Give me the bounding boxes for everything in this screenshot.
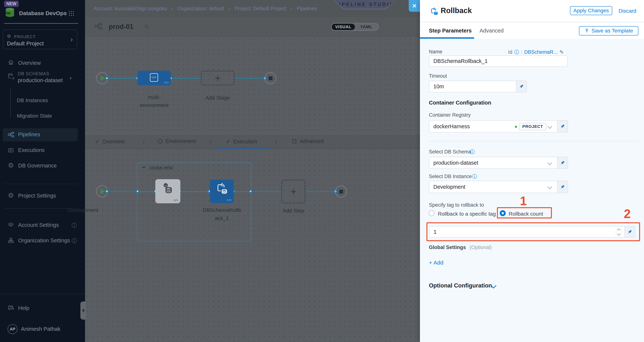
connector <box>108 78 137 79</box>
step-group-label: cross-env <box>150 165 173 171</box>
specify-tag-label: Specify tag to rollback to <box>429 202 484 208</box>
drawer-title: Rollback <box>441 6 472 15</box>
edit-pencil-icon[interactable]: ✎ <box>560 49 564 55</box>
tab-step-parameters[interactable]: Step Parameters <box>429 28 472 34</box>
collapse-arrow-icon <box>82 309 84 312</box>
stage-label: multi-environment <box>127 93 181 109</box>
stop-icon <box>339 190 343 194</box>
chevron-down-icon[interactable] <box>548 184 552 189</box>
timeout-input[interactable]: 10m <box>429 81 516 92</box>
visual-yaml-toggle[interactable]: VISUAL YAML <box>331 23 379 31</box>
step-label-dbschemarollback: DBSchemaRollback_1 <box>200 206 244 222</box>
name-label: Name <box>429 49 442 55</box>
sidebar-item-migration-state[interactable]: Migration State <box>17 113 52 119</box>
tab-environment[interactable]: Environment <box>157 138 196 144</box>
db-schema-select[interactable]: production-dataset <box>429 157 558 169</box>
avatar[interactable]: AP <box>8 324 18 334</box>
harness-dbdevops-logo: ∞ <box>4 7 16 18</box>
breadcrumb-pipelines[interactable]: Pipelines <box>297 6 317 11</box>
sidebar-item-db-governance[interactable]: DB Governance <box>18 163 57 169</box>
registry-pin[interactable] <box>558 120 568 133</box>
add-stage-button[interactable]: + <box>201 70 235 85</box>
schema-pin[interactable] <box>558 157 568 169</box>
close-drawer-button[interactable]: ✕ <box>409 0 420 12</box>
apply-changes-button[interactable]: Apply Changes <box>570 6 612 15</box>
add-step-button[interactable]: + <box>281 180 306 204</box>
discard-button[interactable]: Discard <box>618 8 636 14</box>
name-input[interactable]: DBSchemaRollback_1 <box>429 55 568 67</box>
breadcrumb-project[interactable]: Project: Default Project <box>234 6 286 11</box>
stop-icon <box>268 76 272 80</box>
step-node-dbschemarollback[interactable]: </> <box>210 180 234 203</box>
container-registry-label: Container Registry <box>429 112 471 118</box>
db-instance-select[interactable]: Development <box>429 181 558 193</box>
toggle-visual[interactable]: VISUAL <box>332 24 355 30</box>
timeout-pin[interactable] <box>516 81 527 92</box>
info-icon: ⓘ <box>514 49 519 55</box>
cube-icon <box>6 34 12 39</box>
sidebar: NEW ∞ Database DevOps PROJECT D <box>0 0 85 342</box>
custom-stage-icon: </> <box>152 76 156 79</box>
pipeline-graph-icon <box>94 22 103 31</box>
id-value: DBSchemaR... <box>524 49 558 55</box>
execution-end-node <box>335 186 347 198</box>
chevron-down-icon[interactable] <box>548 160 552 165</box>
sidebar-item-pipelines-label: Pipelines <box>18 131 40 138</box>
breadcrumb-organization[interactable]: Organization: default <box>178 6 224 11</box>
subnav-rule <box>10 88 11 118</box>
step-node-development[interactable]: </> <box>155 179 180 203</box>
edit-pencil-icon[interactable]: ✎ <box>144 23 149 30</box>
sidebar-item-account-settings[interactable]: Account Settings <box>18 222 59 228</box>
collapse-minus-icon[interactable]: − <box>142 164 146 171</box>
stage-node-multi-environment[interactable]: </> </> <box>137 71 171 85</box>
save-as-template-button[interactable]: Save as Template <box>579 26 638 35</box>
tab-advanced[interactable]: Advanced <box>480 28 504 34</box>
optional-label: (Optional) <box>470 245 492 250</box>
add-step-label: Add Step <box>276 207 310 215</box>
sidebar-item-db-schemas-label[interactable]: DB SCHEMAS <box>18 71 49 76</box>
pin-icon <box>560 124 565 129</box>
sidebar-collapse-handle[interactable] <box>80 302 86 320</box>
sidebar-item-help[interactable]: Help <box>18 305 29 311</box>
annotation-number-1: 1 <box>520 195 527 207</box>
breadcrumb-account[interactable]: Account: kurosakiichigo.songoku <box>94 6 167 11</box>
step-group-cross-env[interactable] <box>137 162 251 241</box>
pipeline-canvas[interactable] <box>85 37 420 342</box>
db-schema-icon: ⚙ <box>8 73 14 80</box>
plus-icon: + <box>290 186 296 198</box>
instance-pin[interactable] <box>558 181 568 193</box>
connector <box>108 191 138 192</box>
sidebar-item-db-instances[interactable]: DB Instances <box>17 97 48 103</box>
breadcrumb-separator: › <box>172 6 173 11</box>
radio-rollback-specific-tag[interactable] <box>428 210 434 216</box>
container-registry-input[interactable]: dockerHarness PROJECT <box>429 120 558 133</box>
app-title: Database DevOps <box>19 10 67 16</box>
tab-advanced[interactable]: Advanced <box>292 138 324 144</box>
module-accent-line <box>4 23 78 24</box>
connector-dot <box>105 189 109 194</box>
scope-badge: PROJECT <box>519 123 546 130</box>
tab-execution[interactable]: ✓ Execution <box>226 138 257 145</box>
chevron-right-icon: › <box>70 74 72 81</box>
project-selector[interactable]: PROJECT Default Project › <box>3 29 77 49</box>
sidebar-item-project-settings[interactable]: Project Settings <box>18 193 56 199</box>
add-global-setting-link[interactable]: + Add <box>429 260 444 266</box>
sidebar-item-executions[interactable]: Executions <box>18 147 45 153</box>
sidebar-item-db-schemas-value[interactable]: production-dataset <box>18 77 62 83</box>
breadcrumb-separator: › <box>290 6 292 11</box>
chevron-down-icon[interactable] <box>548 124 552 129</box>
active-tab-underline <box>420 37 474 39</box>
select-db-instance-label: Select DB Instance <box>429 174 472 179</box>
sidebar-item-organization-settings[interactable]: Organization Settings <box>18 238 70 244</box>
toggle-yaml[interactable]: YAML <box>355 24 378 30</box>
sidebar-item-overview[interactable]: Overview <box>18 60 41 66</box>
divider <box>420 22 644 22</box>
optional-configuration-toggle[interactable]: Optional Configuration <box>429 282 492 289</box>
sidebar-item-pipelines[interactable]: Pipelines <box>2 128 78 141</box>
app-screen: NEW ∞ Database DevOps PROJECT D <box>0 0 644 342</box>
tab-overview[interactable]: ✓ Overview <box>95 138 125 145</box>
radio-rollback-specific-tag-label[interactable]: Rollback to a specific tag <box>438 211 496 217</box>
add-stage-label: Add Stage <box>201 94 235 102</box>
user-name[interactable]: Animesh Pathak <box>21 326 60 332</box>
module-grid-icon[interactable] <box>68 10 74 16</box>
